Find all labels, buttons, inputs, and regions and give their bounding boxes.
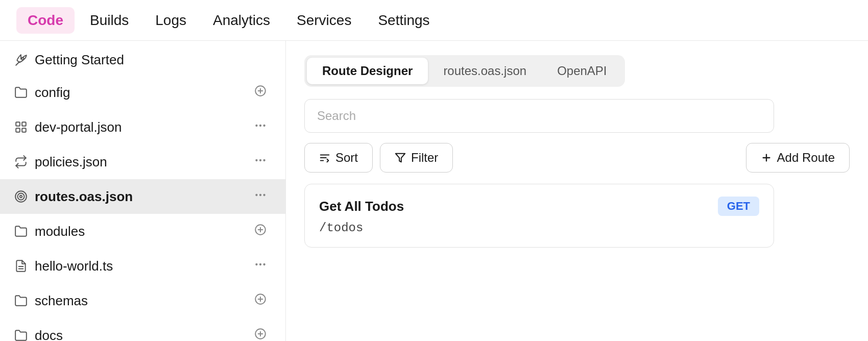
svg-point-15	[18, 193, 25, 200]
svg-point-18	[259, 194, 261, 196]
sidebar-item-config[interactable]: config	[0, 75, 285, 110]
svg-point-12	[259, 159, 261, 161]
panel-tabs: Route Designerroutes.oas.jsonOpenAPI	[304, 55, 625, 87]
svg-point-11	[255, 159, 257, 161]
svg-point-9	[259, 125, 261, 127]
route-card-get-all-todos[interactable]: Get All TodosGET/todos	[304, 184, 774, 248]
svg-point-19	[263, 194, 265, 196]
right-panel: Route Designerroutes.oas.jsonOpenAPI Sor…	[286, 41, 868, 341]
panel-tab-openapi[interactable]: OpenAPI	[542, 58, 622, 84]
folder-icon	[14, 329, 28, 341]
filter-button[interactable]: Filter	[380, 143, 453, 173]
sort-label: Sort	[335, 151, 358, 165]
sidebar-item-label: Getting Started	[35, 52, 124, 68]
sidebar-item-modules[interactable]: modules	[0, 214, 285, 249]
svg-rect-7	[22, 128, 26, 132]
svg-point-25	[255, 263, 257, 265]
sidebar-item-label: policies.json	[35, 154, 107, 170]
svg-point-16	[20, 196, 22, 198]
sidebar-item-docs[interactable]: docs	[0, 318, 285, 341]
main-layout: Getting Startedconfigdev-portal.jsonpoli…	[0, 41, 868, 341]
sidebar: Getting Startedconfigdev-portal.jsonpoli…	[0, 41, 286, 341]
sidebar-item-dev-portal[interactable]: dev-portal.json	[0, 110, 285, 144]
svg-point-0	[21, 57, 23, 59]
rocket-icon	[14, 54, 28, 67]
svg-point-17	[255, 194, 257, 196]
route-title: Get All Todos	[319, 199, 404, 214]
more-options-icon[interactable]	[250, 152, 271, 172]
sort-button[interactable]: Sort	[304, 143, 373, 173]
folder-icon	[14, 225, 28, 238]
panel-tab-route-designer[interactable]: Route Designer	[307, 58, 428, 84]
sidebar-item-label: config	[35, 85, 70, 101]
add-folder-icon[interactable]	[250, 290, 271, 311]
sort-icon	[319, 152, 330, 163]
add-folder-icon[interactable]	[250, 325, 271, 341]
sidebar-item-schemas[interactable]: schemas	[0, 283, 285, 318]
filter-label: Filter	[411, 151, 438, 165]
add-route-button[interactable]: Add Route	[746, 143, 850, 173]
svg-rect-6	[16, 128, 20, 132]
folder-icon	[14, 86, 28, 99]
nav-tab-builds[interactable]: Builds	[79, 7, 140, 34]
nav-tab-logs[interactable]: Logs	[144, 7, 198, 34]
svg-point-10	[263, 125, 265, 127]
route-cards-container: Get All TodosGET/todos	[304, 184, 850, 248]
search-input[interactable]	[304, 99, 774, 133]
sidebar-item-getting-started[interactable]: Getting Started	[0, 45, 285, 75]
plus-icon	[761, 152, 772, 163]
file-icon	[14, 259, 28, 273]
sidebar-item-label: dev-portal.json	[35, 119, 122, 135]
nav-tab-code[interactable]: Code	[16, 7, 75, 34]
action-row: Sort Filter Add Route	[304, 143, 850, 173]
nav-tab-settings[interactable]: Settings	[367, 7, 441, 34]
add-route-label: Add Route	[777, 151, 835, 165]
svg-point-14	[15, 191, 27, 202]
sidebar-item-label: hello-world.ts	[35, 258, 113, 274]
add-folder-icon[interactable]	[250, 221, 271, 241]
sidebar-item-label: modules	[35, 224, 85, 239]
svg-point-13	[263, 159, 265, 161]
sidebar-item-label: docs	[35, 328, 63, 342]
svg-rect-4	[16, 122, 20, 126]
add-folder-icon[interactable]	[250, 82, 271, 103]
filter-icon	[395, 152, 406, 163]
more-options-icon[interactable]	[250, 186, 271, 207]
more-options-icon[interactable]	[250, 117, 271, 137]
nav-tab-analytics[interactable]: Analytics	[202, 7, 281, 34]
svg-point-8	[255, 125, 257, 127]
svg-rect-5	[22, 122, 26, 126]
sidebar-item-label: routes.oas.json	[35, 189, 133, 205]
nav-tab-services[interactable]: Services	[285, 7, 363, 34]
sidebar-item-routes[interactable]: routes.oas.json	[0, 179, 285, 214]
method-badge: GET	[718, 197, 759, 216]
svg-point-26	[259, 263, 261, 265]
top-nav: CodeBuildsLogsAnalyticsServicesSettings	[0, 0, 868, 41]
panel-tab-routes-oas[interactable]: routes.oas.json	[428, 58, 542, 84]
sidebar-item-label: schemas	[35, 293, 88, 309]
svg-marker-37	[396, 154, 405, 162]
more-options-icon[interactable]	[250, 256, 271, 276]
arrows-icon	[14, 155, 28, 168]
folder-icon	[14, 294, 28, 307]
target-icon	[14, 190, 28, 203]
sidebar-item-policies[interactable]: policies.json	[0, 144, 285, 179]
grid-icon	[14, 120, 28, 134]
route-path: /todos	[319, 221, 759, 235]
sidebar-item-hello-world[interactable]: hello-world.ts	[0, 249, 285, 283]
svg-point-27	[263, 263, 265, 265]
